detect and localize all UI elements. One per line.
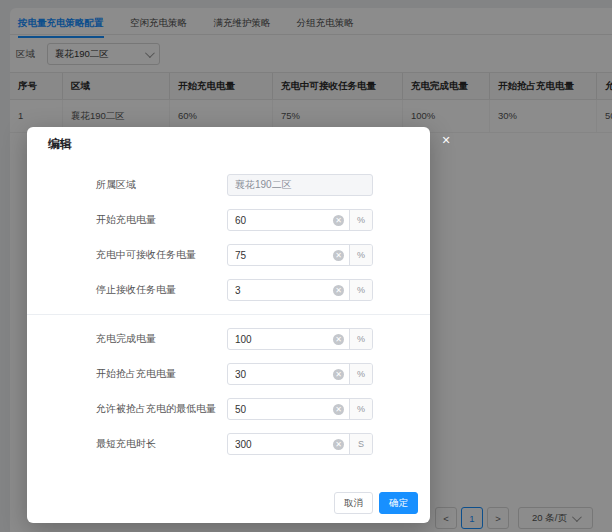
min-charge-duration-input[interactable] [228,434,333,454]
field-row-accept-task-level: 充电中可接收任务电量 ✕ % [27,244,430,266]
preempt-charge-level-input[interactable] [228,364,333,384]
field-row-charge-complete-level: 充电完成电量 ✕ % [27,328,430,350]
field-row-start-charge-level: 开始充电电量 ✕ % [27,209,430,231]
unit-suffix: % [349,245,372,265]
unit-suffix: % [349,280,372,300]
field-row-min-preempted-level: 允许被抢占充电的最低电量 ✕ % [27,398,430,420]
stop-task-level-field: ✕ % [227,279,373,301]
region-input [228,175,372,195]
confirm-button[interactable]: 确定 [379,492,418,514]
clear-icon[interactable]: ✕ [333,285,344,296]
start-charge-level-field: ✕ % [227,209,373,231]
accept-task-level-input[interactable] [228,245,333,265]
clear-icon[interactable]: ✕ [333,250,344,261]
dialog-title: 编辑 [48,136,72,153]
field-label: 充电中可接收任务电量 [96,244,196,266]
form-divider [27,314,430,315]
unit-suffix: % [349,399,372,419]
field-label: 最短充电时长 [96,433,156,455]
field-row-preempt-charge-level: 开始抢占充电电量 ✕ % [27,363,430,385]
charge-complete-level-field: ✕ % [227,328,373,350]
accept-task-level-field: ✕ % [227,244,373,266]
unit-suffix: % [349,364,372,384]
clear-icon[interactable]: ✕ [333,404,344,415]
charge-complete-level-input[interactable] [228,329,333,349]
preempt-charge-level-field: ✕ % [227,363,373,385]
field-label: 开始抢占充电电量 [96,363,176,385]
unit-suffix: S [349,434,372,454]
unit-suffix: % [349,210,372,230]
min-preempted-level-input[interactable] [228,399,333,419]
close-icon[interactable]: ✕ [438,132,454,148]
field-label: 停止接收任务电量 [96,279,176,301]
stop-task-level-input[interactable] [228,280,333,300]
field-label: 允许被抢占充电的最低电量 [96,398,216,420]
clear-icon[interactable]: ✕ [333,334,344,345]
edit-dialog: 编辑 所属区域 开始充电电量 ✕ % 充电中可接收任务电量 ✕ % [27,127,430,523]
min-preempted-level-field: ✕ % [227,398,373,420]
field-label: 开始充电电量 [96,209,156,231]
clear-icon[interactable]: ✕ [333,439,344,450]
clear-icon[interactable]: ✕ [333,369,344,380]
field-row-region: 所属区域 [27,174,430,196]
min-charge-duration-field: ✕ S [227,433,373,455]
field-row-min-charge-duration: 最短充电时长 ✕ S [27,433,430,455]
unit-suffix: % [349,329,372,349]
edit-form: 所属区域 开始充电电量 ✕ % 充电中可接收任务电量 ✕ % 停止接收任务电量 [27,174,430,468]
clear-icon[interactable]: ✕ [333,215,344,226]
field-label: 所属区域 [96,174,136,196]
cancel-button[interactable]: 取消 [334,492,373,514]
region-field [227,174,373,196]
field-row-stop-task-level: 停止接收任务电量 ✕ % [27,279,430,301]
field-label: 充电完成电量 [96,328,156,350]
start-charge-level-input[interactable] [228,210,333,230]
